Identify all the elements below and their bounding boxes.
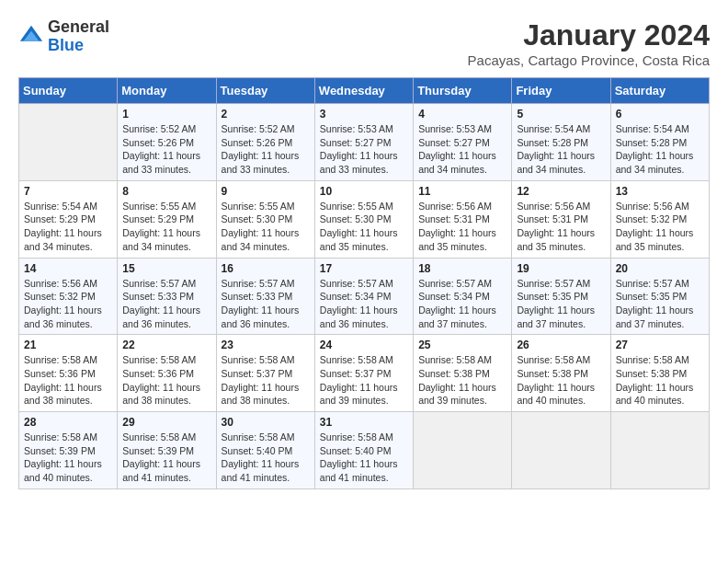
sunset-text: Sunset: 5:29 PM xyxy=(24,213,112,226)
calendar-cell: 22 Sunrise: 5:58 AM Sunset: 5:36 PM Dayl… xyxy=(118,335,216,412)
daylight-text: Daylight: 11 hours and 37 minutes. xyxy=(418,304,506,330)
sunrise-text: Sunrise: 5:54 AM xyxy=(616,122,704,136)
calendar-cell: 14 Sunrise: 5:56 AM Sunset: 5:32 PM Dayl… xyxy=(19,258,118,335)
sunset-text: Sunset: 5:28 PM xyxy=(616,136,704,150)
day-info: Sunrise: 5:55 AM Sunset: 5:30 PM Dayligh… xyxy=(222,200,310,254)
day-info: Sunrise: 5:54 AM Sunset: 5:28 PM Dayligh… xyxy=(517,122,605,177)
calendar-cell: 16 Sunrise: 5:57 AM Sunset: 5:33 PM Dayl… xyxy=(216,258,314,335)
day-number: 26 xyxy=(517,339,605,351)
subtitle: Pacayas, Cartago Province, Costa Rica xyxy=(468,52,710,68)
calendar-cell: 3 Sunrise: 5:53 AM Sunset: 5:27 PM Dayli… xyxy=(314,104,413,181)
sunrise-text: Sunrise: 5:58 AM xyxy=(517,353,605,367)
col-sunday: Sunday xyxy=(19,78,118,104)
sunset-text: Sunset: 5:36 PM xyxy=(24,367,112,381)
day-info: Sunrise: 5:56 AM Sunset: 5:32 PM Dayligh… xyxy=(24,277,112,331)
day-info: Sunrise: 5:53 AM Sunset: 5:27 PM Dayligh… xyxy=(418,122,506,177)
daylight-text: Daylight: 11 hours and 40 minutes. xyxy=(616,381,704,408)
daylight-text: Daylight: 11 hours and 40 minutes. xyxy=(24,457,112,484)
daylight-text: Daylight: 11 hours and 39 minutes. xyxy=(320,381,408,408)
day-number: 3 xyxy=(320,108,408,121)
day-info: Sunrise: 5:58 AM Sunset: 5:40 PM Dayligh… xyxy=(222,431,310,485)
day-number: 28 xyxy=(24,416,112,429)
sunrise-text: Sunrise: 5:58 AM xyxy=(320,353,408,367)
daylight-text: Daylight: 11 hours and 34 minutes. xyxy=(517,149,605,176)
sunrise-text: Sunrise: 5:56 AM xyxy=(24,277,112,291)
day-info: Sunrise: 5:53 AM Sunset: 5:27 PM Dayligh… xyxy=(320,122,408,177)
day-info: Sunrise: 5:56 AM Sunset: 5:31 PM Dayligh… xyxy=(517,200,605,254)
day-info: Sunrise: 5:54 AM Sunset: 5:29 PM Dayligh… xyxy=(24,200,112,254)
sunset-text: Sunset: 5:38 PM xyxy=(616,367,704,381)
sunset-text: Sunset: 5:28 PM xyxy=(517,136,605,150)
col-thursday: Thursday xyxy=(414,78,512,104)
day-info: Sunrise: 5:58 AM Sunset: 5:36 PM Dayligh… xyxy=(122,353,210,408)
calendar-cell: 19 Sunrise: 5:57 AM Sunset: 5:35 PM Dayl… xyxy=(512,258,610,335)
day-number: 30 xyxy=(222,416,310,429)
sunset-text: Sunset: 5:33 PM xyxy=(122,290,210,304)
sunset-text: Sunset: 5:31 PM xyxy=(517,213,605,226)
calendar-cell: 4 Sunrise: 5:53 AM Sunset: 5:27 PM Dayli… xyxy=(414,104,512,181)
day-number: 6 xyxy=(616,108,704,121)
sunrise-text: Sunrise: 5:58 AM xyxy=(24,431,112,444)
day-info: Sunrise: 5:58 AM Sunset: 5:39 PM Dayligh… xyxy=(122,431,210,485)
sunset-text: Sunset: 5:37 PM xyxy=(320,367,408,381)
day-info: Sunrise: 5:56 AM Sunset: 5:31 PM Dayligh… xyxy=(418,200,506,254)
calendar-cell: 9 Sunrise: 5:55 AM Sunset: 5:30 PM Dayli… xyxy=(216,180,314,258)
sunset-text: Sunset: 5:35 PM xyxy=(517,290,605,304)
sunrise-text: Sunrise: 5:57 AM xyxy=(222,277,310,291)
logo-general-text: General xyxy=(48,18,109,37)
day-info: Sunrise: 5:55 AM Sunset: 5:29 PM Dayligh… xyxy=(122,200,210,254)
main-title: January 2024 xyxy=(468,18,710,52)
sunrise-text: Sunrise: 5:58 AM xyxy=(320,431,408,444)
calendar-cell xyxy=(512,412,610,489)
sunset-text: Sunset: 5:31 PM xyxy=(418,213,506,226)
sunrise-text: Sunrise: 5:58 AM xyxy=(222,353,310,367)
day-number: 31 xyxy=(320,416,408,429)
daylight-text: Daylight: 11 hours and 38 minutes. xyxy=(122,381,210,408)
sunset-text: Sunset: 5:38 PM xyxy=(418,367,506,381)
day-number: 19 xyxy=(517,262,605,275)
sunrise-text: Sunrise: 5:57 AM xyxy=(517,277,605,291)
sunset-text: Sunset: 5:38 PM xyxy=(517,367,605,381)
sunrise-text: Sunrise: 5:53 AM xyxy=(320,122,408,136)
calendar-cell: 12 Sunrise: 5:56 AM Sunset: 5:31 PM Dayl… xyxy=(512,180,610,258)
day-info: Sunrise: 5:57 AM Sunset: 5:35 PM Dayligh… xyxy=(616,277,704,331)
daylight-text: Daylight: 11 hours and 41 minutes. xyxy=(320,457,408,484)
calendar-cell: 20 Sunrise: 5:57 AM Sunset: 5:35 PM Dayl… xyxy=(610,258,709,335)
calendar-cell: 1 Sunrise: 5:52 AM Sunset: 5:26 PM Dayli… xyxy=(118,104,216,181)
sunrise-text: Sunrise: 5:54 AM xyxy=(24,200,112,213)
calendar-cell: 23 Sunrise: 5:58 AM Sunset: 5:37 PM Dayl… xyxy=(216,335,314,412)
sunset-text: Sunset: 5:27 PM xyxy=(320,136,408,150)
day-number: 4 xyxy=(418,108,506,121)
sunrise-text: Sunrise: 5:58 AM xyxy=(418,353,506,367)
col-tuesday: Tuesday xyxy=(216,78,314,104)
day-number: 2 xyxy=(222,108,310,121)
day-number: 5 xyxy=(517,108,605,121)
day-number: 16 xyxy=(222,262,310,275)
col-wednesday: Wednesday xyxy=(314,78,413,104)
daylight-text: Daylight: 11 hours and 41 minutes. xyxy=(222,457,310,484)
calendar-cell: 27 Sunrise: 5:58 AM Sunset: 5:38 PM Dayl… xyxy=(610,335,709,412)
day-number: 7 xyxy=(24,185,112,198)
daylight-text: Daylight: 11 hours and 34 minutes. xyxy=(122,226,210,253)
sunset-text: Sunset: 5:26 PM xyxy=(122,136,210,150)
calendar-cell xyxy=(610,412,709,489)
day-number: 14 xyxy=(24,262,112,275)
day-number: 21 xyxy=(24,339,112,351)
daylight-text: Daylight: 11 hours and 34 minutes. xyxy=(616,149,704,176)
day-number: 22 xyxy=(122,339,210,351)
calendar-cell: 13 Sunrise: 5:56 AM Sunset: 5:32 PM Dayl… xyxy=(610,180,709,258)
logo-blue-text: Blue xyxy=(48,37,109,55)
day-number: 11 xyxy=(418,185,506,198)
daylight-text: Daylight: 11 hours and 37 minutes. xyxy=(616,304,704,330)
day-number: 13 xyxy=(616,185,704,198)
day-info: Sunrise: 5:55 AM Sunset: 5:30 PM Dayligh… xyxy=(320,200,408,254)
calendar-cell: 18 Sunrise: 5:57 AM Sunset: 5:34 PM Dayl… xyxy=(414,258,512,335)
calendar-cell: 8 Sunrise: 5:55 AM Sunset: 5:29 PM Dayli… xyxy=(118,180,216,258)
day-number: 23 xyxy=(222,339,310,351)
daylight-text: Daylight: 11 hours and 39 minutes. xyxy=(418,381,506,408)
sunrise-text: Sunrise: 5:57 AM xyxy=(616,277,704,291)
daylight-text: Daylight: 11 hours and 36 minutes. xyxy=(122,304,210,330)
day-number: 20 xyxy=(616,262,704,275)
day-info: Sunrise: 5:57 AM Sunset: 5:34 PM Dayligh… xyxy=(418,277,506,331)
day-number: 25 xyxy=(418,339,506,351)
